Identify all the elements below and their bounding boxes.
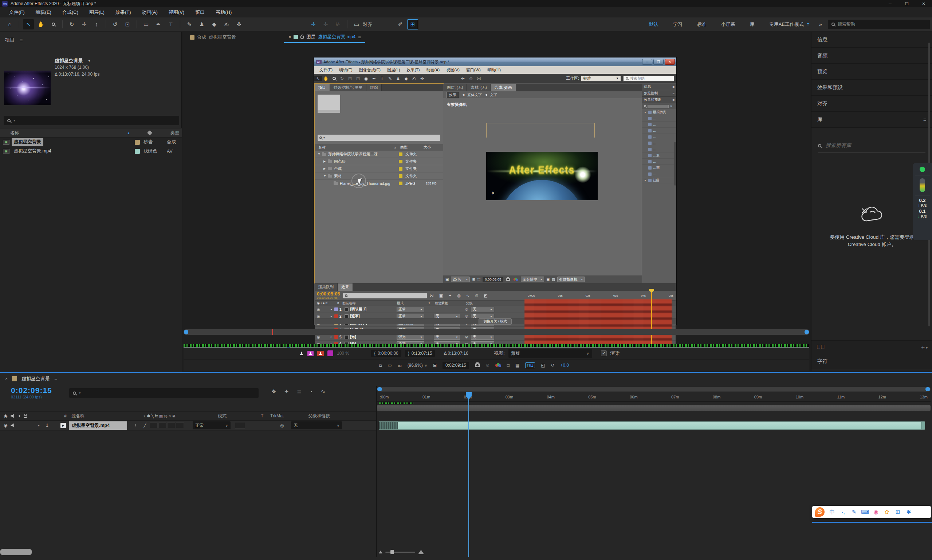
composition-flowchart-icon[interactable]: ❖ — [272, 388, 276, 395]
motion-blur-icon[interactable]: ◔ — [310, 389, 313, 395]
view-axis-mode-icon[interactable]: ⊬ — [333, 19, 343, 29]
ime-icon[interactable]: ◉ — [870, 509, 881, 515]
video-switch-icon[interactable]: ◉ — [4, 413, 7, 418]
character-panel-header[interactable]: 字符 — [812, 353, 932, 369]
timeline-layer-row[interactable]: ◉ ▸ 1 ▶ 虚拟星空背景.mp4 ♀ ╱ 正常∨ ◎ 无∨ — [0, 421, 377, 431]
zoom-tool-icon[interactable] — [48, 19, 59, 29]
monitor-icon[interactable]: ▭ — [388, 363, 392, 368]
label-color-swatch[interactable] — [135, 149, 140, 154]
sogou-ime-bar[interactable]: S 中·,✎⌨◉✿⊞✱ — [812, 506, 931, 518]
add-library-item-button[interactable]: ＋▾ — [920, 343, 927, 351]
snapshot-camera-icon[interactable] — [475, 363, 480, 367]
sogou-logo[interactable]: S — [815, 507, 824, 517]
ime-icon[interactable]: ⊞ — [892, 509, 903, 515]
timeline-menu-icon[interactable]: ≡ — [54, 376, 57, 382]
layer-quality-switch[interactable]: ╱ — [140, 423, 150, 428]
timeline-tab-title[interactable]: 虚拟星空背景 — [22, 375, 50, 382]
ime-icon[interactable]: ✿ — [881, 509, 892, 515]
ime-icon[interactable]: ✎ — [849, 509, 859, 515]
column-type[interactable]: 类型 — [170, 130, 179, 136]
help-search[interactable]: 搜索帮助 — [828, 20, 930, 29]
resolution-icon[interactable]: □ — [507, 363, 509, 368]
timeline-search[interactable]: ▾ — [69, 388, 259, 398]
sidebar-panel-header[interactable]: 效果和预设 — [812, 80, 932, 96]
exposure-value[interactable]: +0.0 — [560, 363, 569, 368]
workspace-tab[interactable]: 默认 — [642, 21, 666, 28]
selection-tool-icon[interactable]: ↖ — [23, 19, 34, 29]
home-icon[interactable]: ⌂ — [5, 19, 15, 29]
mask-feather-icon[interactable]: ✐ — [395, 19, 406, 29]
timeline-zoom-control[interactable] — [379, 550, 424, 554]
safe-margins-icon[interactable]: ⊞ — [433, 363, 437, 368]
column-trkmat[interactable]: TrkMat — [270, 413, 308, 418]
marquee-icon[interactable]: ⊞ — [407, 19, 418, 29]
3d-view-icon[interactable]: ⊓⊔ — [525, 362, 535, 368]
audio-switch-icon[interactable] — [11, 414, 15, 418]
pan-behind-tool-icon[interactable]: ⊡ — [122, 19, 133, 29]
menu-item[interactable]: 帮助(H) — [210, 9, 237, 15]
sync-off-icon[interactable]: ☁⃠ — [816, 344, 825, 350]
layer-collapse-switch[interactable]: ♀ — [131, 423, 140, 428]
sort-ascending-icon[interactable]: ▲ — [127, 131, 130, 135]
ime-icon[interactable]: ·, — [838, 509, 849, 515]
layer-parent-dropdown[interactable]: 无∨ — [291, 422, 342, 429]
layer-audio-switch[interactable] — [11, 423, 15, 428]
channels-icon[interactable] — [495, 363, 501, 368]
layer-video-switch[interactable]: ◉ — [4, 423, 7, 428]
horizontal-scrollbar-thumb[interactable] — [0, 549, 32, 555]
stamp-tool-icon[interactable]: ♟ — [196, 19, 207, 29]
library-menu-icon[interactable]: ≡ — [923, 117, 926, 123]
menu-item[interactable]: 窗口 — [190, 9, 210, 15]
view-dropdown[interactable]: 蒙版∨ — [508, 349, 592, 358]
workspace-tab[interactable]: 标准 — [690, 21, 714, 28]
frame-blending-icon[interactable]: ≣ — [297, 388, 302, 395]
overlay-color-swatch[interactable] — [327, 351, 333, 356]
layer-twirl-icon[interactable]: ▸ — [38, 423, 46, 427]
alpha-icon[interactable]: ♟ — [299, 351, 304, 356]
hand-tool-icon[interactable]: ✋ — [35, 19, 46, 29]
menu-item[interactable]: 视图(V) — [163, 9, 190, 15]
local-axis-mode-icon[interactable]: ✛ — [308, 19, 319, 29]
brush-tool-icon[interactable]: ✎ — [184, 19, 195, 29]
orbit-camera-tool-icon[interactable]: ↻ — [66, 19, 77, 29]
sidebar-panel-header[interactable]: 信息 — [812, 32, 932, 48]
snap-checkbox[interactable]: ▭ — [351, 19, 362, 29]
world-axis-mode-icon[interactable]: ✛ — [320, 19, 331, 29]
draft-3d-icon[interactable]: ✦ — [284, 388, 289, 395]
graph-editor-icon[interactable]: ∿ — [321, 388, 326, 395]
project-panel-title[interactable]: 项目 — [5, 37, 15, 43]
pen-tool-icon[interactable]: ✒ — [153, 19, 164, 29]
dolly-camera-tool-icon[interactable]: ↕ — [91, 19, 102, 29]
layer-tab-menu-icon[interactable]: ≡ — [358, 34, 361, 40]
column-mode[interactable]: 模式 — [218, 413, 261, 419]
menu-item[interactable]: 编辑(E) — [30, 9, 57, 15]
workspace-menu-icon[interactable]: ≡ — [807, 22, 810, 27]
rotation-tool-icon[interactable]: ↺ — [110, 19, 120, 29]
pan-camera-tool-icon[interactable]: ✛ — [79, 19, 89, 29]
label-color-swatch[interactable] — [135, 140, 140, 145]
menu-item[interactable]: 合成(C) — [57, 9, 84, 15]
parent-pickwhip-icon[interactable]: ◎ — [280, 423, 291, 428]
eraser-tool-icon[interactable]: ◆ — [209, 19, 220, 29]
ime-icon[interactable]: 中 — [827, 509, 838, 515]
project-item-name[interactable]: 虚拟星空背景 — [12, 138, 43, 146]
project-item-row[interactable]: ▣ 虚拟星空背景 砂岩 合成 — [0, 137, 182, 147]
layer-source-name[interactable]: 虚拟星空背景.mp4 — [69, 422, 127, 430]
menu-item[interactable]: 图层(L) — [84, 9, 110, 15]
timeline-scrollbar[interactable] — [377, 387, 930, 392]
workspace-tab[interactable]: 专用AE工作模式 — [762, 21, 811, 28]
workspace-tab[interactable]: 学习 — [666, 21, 690, 28]
preview-flipdown-icon[interactable]: ▼ — [87, 57, 91, 64]
menu-item[interactable]: 文件(F) — [4, 9, 30, 15]
timeline-playhead-line[interactable] — [468, 392, 469, 557]
zoom-in-mountain-icon[interactable] — [418, 550, 424, 554]
minimize-button[interactable]: ─ — [882, 0, 898, 7]
zoom-out-mountain-icon[interactable] — [379, 551, 383, 554]
layer-viewer-tab[interactable]: × 图层 虚拟星空背景.mp4 ≡ — [284, 32, 365, 43]
workspace-overflow-icon[interactable]: » — [813, 21, 828, 27]
composition-viewer-tab[interactable]: 合成 虚拟星空背景 — [186, 32, 241, 43]
library-panel-header[interactable]: 库 ≡ — [812, 112, 932, 128]
show-snapshot-icon[interactable]: ⊙ — [486, 363, 489, 368]
library-search[interactable]: 搜索所有库 — [818, 142, 926, 153]
in-point[interactable]: {0:00:00:00 — [371, 350, 401, 357]
